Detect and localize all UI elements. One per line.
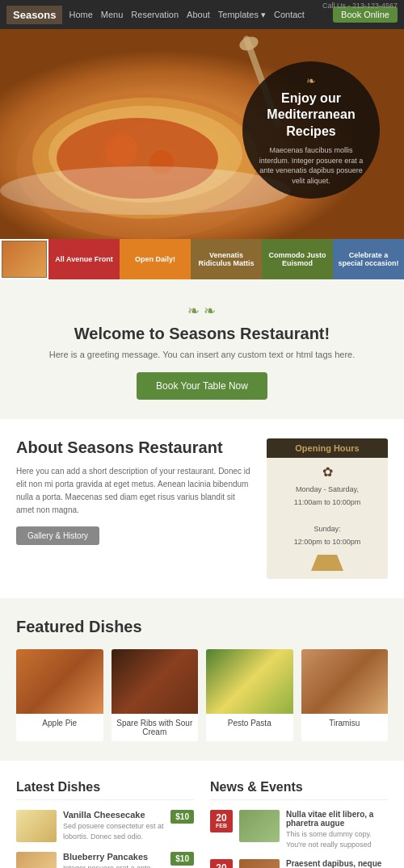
vc-image [16, 810, 57, 842]
vc-name: Vanilla Cheesecake [63, 810, 164, 820]
top-nav: Call Us - 213-123-4567 Seasons Home Menu… [0, 0, 404, 29]
news-events-title: News & Events [210, 780, 388, 800]
dish-tiramisu-name: Tiramisu [301, 714, 389, 732]
dish-spare-ribs[interactable]: Spare Ribs with Sour Cream [112, 649, 199, 741]
bp-text: Blueberry Pancakes Integer posuere erat … [63, 852, 164, 868]
latest-dishes-col: Latest Dishes Vanilla Cheesecake Sed pos… [16, 780, 194, 868]
tab-commodo[interactable]: Commodo Justo Euismod [262, 239, 333, 279]
featured-title: Featured Dishes [16, 618, 388, 636]
tab-venenatis[interactable]: Venenatis Ridiculus Mattis [191, 239, 262, 279]
news-date-1: 20 FEB [210, 810, 233, 832]
bottom-content: Latest Dishes Vanilla Cheesecake Sed pos… [0, 761, 404, 868]
vc-text: Vanilla Cheesecake Sed posuere consectet… [63, 810, 164, 841]
nav-links: Home Menu Reservation About Templates ▾ … [69, 10, 333, 20]
news-desc-1: This is some dummy copy. You're not real… [286, 829, 388, 849]
bp-price: $10 [170, 852, 194, 866]
list-item: 20 FEB Praesent dapibus, neque id cursus… [210, 859, 388, 868]
dish-apple-pie-name: Apple Pie [16, 714, 103, 732]
about-body: Here you can add a short description of … [16, 465, 250, 517]
hero-deco: ❧ [306, 74, 316, 87]
gallery-button[interactable]: Gallery & History [16, 526, 99, 545]
welcome-title: Welcome to Seasons Restaurant! [32, 325, 372, 343]
dish-apple-pie-image [16, 649, 103, 714]
news-img-1 [239, 810, 280, 842]
svg-point-5 [105, 134, 137, 166]
opening-hours-text: Monday - Saturday,11:00am to 10:00pmSund… [275, 483, 380, 548]
about-text: About Seasons Restaurant Here you can ad… [16, 438, 250, 579]
featured-section: Featured Dishes Apple Pie Spare Ribs wit… [0, 598, 404, 761]
hero-section: ❧ Enjoy our Mediterranean Recipes Maecen… [0, 29, 404, 239]
welcome-subtitle: Here is a greeting message. You can inse… [32, 350, 372, 359]
nav-brand[interactable]: Seasons [6, 6, 62, 24]
vc-price: $10 [170, 810, 194, 824]
news-img-2 [239, 859, 280, 868]
tab-avenue[interactable]: All Avenue Front [48, 239, 120, 279]
dish-pesto-pasta-image [206, 649, 293, 714]
hero-overlay: ❧ Enjoy our Mediterranean Recipes Maecen… [242, 61, 380, 199]
top-nav-phone: Call Us - 213-123-4567 [322, 2, 398, 10]
bp-desc: Integer posuere erat a ante venenatis da… [63, 863, 164, 868]
opening-hours-deco: ✿ [275, 464, 380, 480]
nav-about[interactable]: About [187, 10, 210, 20]
dish-tiramisu[interactable]: Tiramisu [301, 649, 389, 741]
tab-thumb[interactable] [0, 239, 48, 279]
news-title-1: Nulla vitae elit libero, a pharetra augu… [286, 810, 388, 828]
nav-contact[interactable]: Contact [274, 10, 305, 20]
dish-apple-pie[interactable]: Apple Pie [16, 649, 103, 741]
bp-image [16, 852, 57, 868]
about-title: About Seasons Restaurant [16, 438, 250, 457]
dishes-grid: Apple Pie Spare Ribs with Sour Cream Pes… [16, 649, 388, 741]
latest-dishes-title: Latest Dishes [16, 780, 194, 800]
dish-pesto-pasta-name: Pesto Pasta [206, 714, 293, 732]
dish-pesto-pasta[interactable]: Pesto Pasta [206, 649, 293, 741]
welcome-section: ❧ ❧ Welcome to Seasons Restaurant! Here … [0, 279, 404, 419]
list-item: Blueberry Pancakes Integer posuere erat … [16, 852, 194, 868]
dish-spare-ribs-name: Spare Ribs with Sour Cream [112, 714, 199, 741]
nav-menu[interactable]: Menu [101, 10, 124, 20]
card-stand [311, 555, 343, 571]
opening-hours-title: Opening Hours [267, 438, 388, 458]
tab-open[interactable]: Open Daily! [120, 239, 191, 279]
news-events-col: News & Events 20 FEB Nulla vitae elit li… [210, 780, 388, 868]
list-item: Vanilla Cheesecake Sed posuere consectet… [16, 810, 194, 842]
dish-tiramisu-image [301, 649, 389, 714]
tab-celebrate[interactable]: Celebrate a special occasion! [333, 239, 404, 279]
bp-name: Blueberry Pancakes [63, 852, 164, 862]
opening-hours-card: Opening Hours ✿ Monday - Saturday,11:00a… [267, 438, 388, 579]
news-text-1: Nulla vitae elit libero, a pharetra augu… [286, 810, 388, 849]
nav-home[interactable]: Home [69, 10, 92, 20]
nav-reservation[interactable]: Reservation [131, 10, 179, 20]
list-item: 20 FEB Nulla vitae elit libero, a pharet… [210, 810, 388, 849]
tabs-bar: All Avenue Front Open Daily! Venenatis R… [0, 239, 404, 279]
about-section: About Seasons Restaurant Here you can ad… [0, 419, 404, 598]
hero-subtitle: Maecenas faucibus mollis interdum. Integ… [259, 145, 364, 186]
news-date-2: 20 FEB [210, 859, 233, 868]
news-title-2: Praesent dapibus, neque id cursus faucib… [286, 859, 388, 868]
welcome-deco: ❧ ❧ [32, 302, 372, 320]
svg-point-7 [0, 166, 291, 215]
dish-spare-ribs-image [112, 649, 199, 714]
hero-title: Enjoy our Mediterranean Recipes [259, 90, 364, 140]
thumb-image [2, 241, 46, 277]
news-text-2: Praesent dapibus, neque id cursus faucib… [286, 859, 388, 868]
book-table-button[interactable]: Book Your Table Now [137, 372, 267, 400]
nav-templates[interactable]: Templates ▾ [218, 10, 266, 20]
vc-desc: Sed posuere consectetur est at lobortis.… [63, 821, 164, 841]
